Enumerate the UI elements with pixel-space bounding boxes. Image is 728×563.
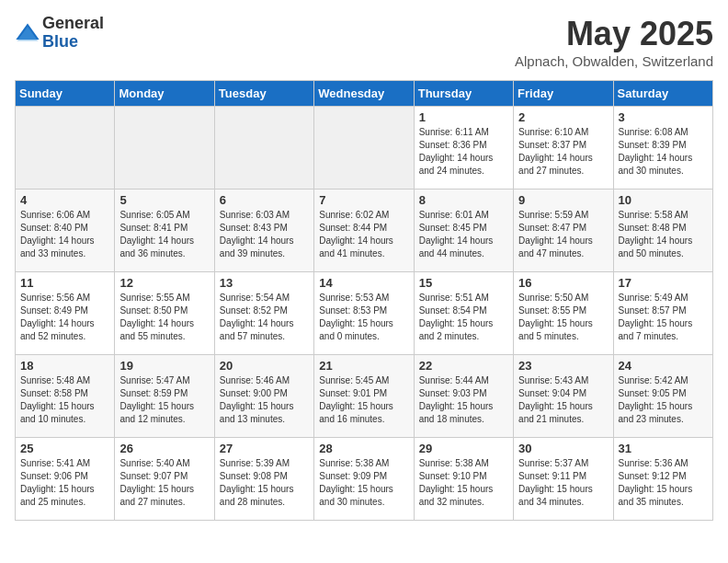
title-block: May 2025 Alpnach, Obwalden, Switzerland — [515, 15, 713, 69]
day-info: Sunrise: 5:46 AM Sunset: 9:00 PM Dayligh… — [220, 374, 309, 426]
day-number: 27 — [220, 442, 309, 455]
day-info: Sunrise: 5:43 AM Sunset: 9:04 PM Dayligh… — [518, 374, 608, 426]
day-number: 23 — [518, 359, 608, 373]
day-info: Sunrise: 5:45 AM Sunset: 9:01 PM Dayligh… — [319, 374, 408, 426]
calendar-cell: 12Sunrise: 5:55 AM Sunset: 8:50 PM Dayli… — [115, 272, 214, 355]
calendar-cell — [214, 107, 313, 190]
calendar-cell: 19Sunrise: 5:47 AM Sunset: 8:59 PM Dayli… — [115, 355, 214, 438]
calendar-week-row: 18Sunrise: 5:48 AM Sunset: 8:58 PM Dayli… — [16, 355, 713, 438]
day-number: 14 — [319, 276, 408, 290]
day-info: Sunrise: 5:39 AM Sunset: 9:08 PM Dayligh… — [220, 457, 309, 509]
day-number: 25 — [20, 442, 109, 455]
calendar-cell — [16, 107, 115, 190]
day-info: Sunrise: 5:54 AM Sunset: 8:52 PM Dayligh… — [220, 292, 309, 343]
day-number: 7 — [319, 193, 408, 207]
day-info: Sunrise: 5:58 AM Sunset: 8:48 PM Dayligh… — [619, 209, 708, 260]
day-number: 18 — [20, 359, 109, 373]
day-info: Sunrise: 5:41 AM Sunset: 9:06 PM Dayligh… — [20, 457, 109, 509]
calendar-cell: 3Sunrise: 6:08 AM Sunset: 8:39 PM Daylig… — [613, 107, 712, 190]
day-number: 15 — [419, 276, 508, 290]
day-info: Sunrise: 5:55 AM Sunset: 8:50 PM Dayligh… — [119, 292, 209, 343]
weekday-header-friday: Friday — [514, 81, 613, 107]
calendar-cell: 4Sunrise: 6:06 AM Sunset: 8:40 PM Daylig… — [16, 190, 115, 272]
calendar-cell: 16Sunrise: 5:50 AM Sunset: 8:55 PM Dayli… — [514, 272, 613, 355]
day-number: 3 — [619, 110, 708, 124]
day-number: 13 — [220, 276, 309, 290]
day-info: Sunrise: 6:05 AM Sunset: 8:41 PM Dayligh… — [119, 209, 209, 260]
day-number: 1 — [419, 110, 508, 124]
calendar-cell: 5Sunrise: 6:05 AM Sunset: 8:41 PM Daylig… — [115, 190, 214, 272]
day-info: Sunrise: 5:49 AM Sunset: 8:57 PM Dayligh… — [619, 292, 708, 343]
day-info: Sunrise: 6:08 AM Sunset: 8:39 PM Dayligh… — [619, 126, 708, 178]
day-info: Sunrise: 6:10 AM Sunset: 8:37 PM Dayligh… — [518, 126, 608, 178]
day-info: Sunrise: 6:11 AM Sunset: 8:36 PM Dayligh… — [419, 126, 508, 178]
day-info: Sunrise: 6:03 AM Sunset: 8:43 PM Dayligh… — [220, 209, 309, 260]
weekday-header-sunday: Sunday — [16, 81, 115, 107]
calendar-cell: 23Sunrise: 5:43 AM Sunset: 9:04 PM Dayli… — [514, 355, 613, 438]
calendar-cell: 30Sunrise: 5:37 AM Sunset: 9:11 PM Dayli… — [514, 438, 613, 521]
day-info: Sunrise: 5:48 AM Sunset: 8:58 PM Dayligh… — [20, 374, 109, 426]
day-info: Sunrise: 5:37 AM Sunset: 9:11 PM Dayligh… — [518, 457, 608, 509]
logo-icon — [15, 20, 40, 46]
day-info: Sunrise: 6:01 AM Sunset: 8:45 PM Dayligh… — [419, 209, 508, 260]
calendar-cell — [314, 107, 414, 190]
calendar-cell: 25Sunrise: 5:41 AM Sunset: 9:06 PM Dayli… — [16, 438, 115, 521]
day-number: 20 — [220, 359, 309, 373]
page-header: General Blue May 2025 Alpnach, Obwalden,… — [15, 15, 713, 69]
calendar-cell: 22Sunrise: 5:44 AM Sunset: 9:03 PM Dayli… — [414, 355, 513, 438]
calendar-cell: 8Sunrise: 6:01 AM Sunset: 8:45 PM Daylig… — [414, 190, 513, 272]
calendar-cell: 14Sunrise: 5:53 AM Sunset: 8:53 PM Dayli… — [314, 272, 414, 355]
day-number: 28 — [319, 442, 408, 455]
calendar-cell: 28Sunrise: 5:38 AM Sunset: 9:09 PM Dayli… — [314, 438, 414, 521]
calendar-title: May 2025 — [515, 15, 713, 53]
day-number: 2 — [518, 110, 608, 124]
day-info: Sunrise: 5:38 AM Sunset: 9:10 PM Dayligh… — [419, 457, 508, 509]
day-number: 6 — [220, 193, 309, 207]
calendar-cell — [115, 107, 214, 190]
calendar-week-row: 25Sunrise: 5:41 AM Sunset: 9:06 PM Dayli… — [16, 438, 713, 521]
day-number: 8 — [419, 193, 508, 207]
calendar-week-row: 11Sunrise: 5:56 AM Sunset: 8:49 PM Dayli… — [16, 272, 713, 355]
calendar-cell: 26Sunrise: 5:40 AM Sunset: 9:07 PM Dayli… — [115, 438, 214, 521]
day-number: 29 — [419, 442, 508, 455]
weekday-header-tuesday: Tuesday — [214, 81, 313, 107]
day-number: 11 — [20, 276, 109, 290]
day-info: Sunrise: 5:40 AM Sunset: 9:07 PM Dayligh… — [119, 457, 209, 509]
weekday-header-row: SundayMondayTuesdayWednesdayThursdayFrid… — [16, 81, 713, 107]
day-info: Sunrise: 5:44 AM Sunset: 9:03 PM Dayligh… — [419, 374, 508, 426]
day-info: Sunrise: 5:50 AM Sunset: 8:55 PM Dayligh… — [518, 292, 608, 343]
calendar-subtitle: Alpnach, Obwalden, Switzerland — [515, 53, 713, 69]
day-number: 30 — [518, 442, 608, 455]
day-number: 22 — [419, 359, 508, 373]
weekday-header-saturday: Saturday — [613, 81, 712, 107]
day-info: Sunrise: 5:56 AM Sunset: 8:49 PM Dayligh… — [20, 292, 109, 343]
calendar-cell: 9Sunrise: 5:59 AM Sunset: 8:47 PM Daylig… — [514, 190, 613, 272]
calendar-cell: 1Sunrise: 6:11 AM Sunset: 8:36 PM Daylig… — [414, 107, 513, 190]
day-number: 31 — [619, 442, 708, 455]
calendar-week-row: 4Sunrise: 6:06 AM Sunset: 8:40 PM Daylig… — [16, 190, 713, 272]
logo-blue: Blue — [42, 32, 78, 51]
calendar-cell: 31Sunrise: 5:36 AM Sunset: 9:12 PM Dayli… — [613, 438, 712, 521]
weekday-header-monday: Monday — [115, 81, 214, 107]
day-number: 12 — [119, 276, 209, 290]
calendar-cell: 27Sunrise: 5:39 AM Sunset: 9:08 PM Dayli… — [214, 438, 313, 521]
weekday-header-thursday: Thursday — [414, 81, 513, 107]
calendar-cell: 18Sunrise: 5:48 AM Sunset: 8:58 PM Dayli… — [16, 355, 115, 438]
day-number: 10 — [619, 193, 708, 207]
day-number: 16 — [518, 276, 608, 290]
day-info: Sunrise: 5:47 AM Sunset: 8:59 PM Dayligh… — [119, 374, 209, 426]
calendar-body: 1Sunrise: 6:11 AM Sunset: 8:36 PM Daylig… — [16, 107, 713, 521]
calendar-cell: 6Sunrise: 6:03 AM Sunset: 8:43 PM Daylig… — [214, 190, 313, 272]
calendar-cell: 20Sunrise: 5:46 AM Sunset: 9:00 PM Dayli… — [214, 355, 313, 438]
calendar-cell: 13Sunrise: 5:54 AM Sunset: 8:52 PM Dayli… — [214, 272, 313, 355]
calendar-cell: 29Sunrise: 5:38 AM Sunset: 9:10 PM Dayli… — [414, 438, 513, 521]
logo-general: General — [42, 14, 104, 32]
day-number: 17 — [619, 276, 708, 290]
day-number: 26 — [119, 442, 209, 455]
calendar-cell: 15Sunrise: 5:51 AM Sunset: 8:54 PM Dayli… — [414, 272, 513, 355]
day-number: 5 — [119, 193, 209, 207]
day-number: 19 — [119, 359, 209, 373]
calendar-cell: 24Sunrise: 5:42 AM Sunset: 9:05 PM Dayli… — [613, 355, 712, 438]
weekday-header-wednesday: Wednesday — [314, 81, 414, 107]
logo: General Blue — [15, 15, 104, 52]
